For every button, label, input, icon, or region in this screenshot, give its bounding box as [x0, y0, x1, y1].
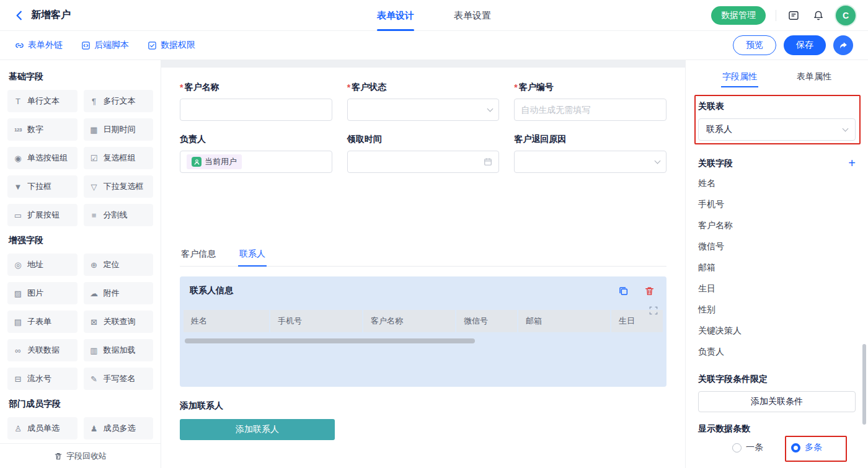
header-actions: 数据管理 C: [711, 6, 856, 25]
form-field-customer-status[interactable]: *客户状态: [347, 82, 500, 121]
save-button[interactable]: 保存: [784, 35, 826, 55]
sidebar-field-dropdown[interactable]: ▼下拉框: [7, 175, 78, 198]
relation-field-item-gender[interactable]: 性别: [698, 299, 856, 320]
relation-field-item-wechat[interactable]: 微信号: [698, 236, 856, 257]
owner-field[interactable]: 当前用户: [180, 151, 332, 173]
sidebar-field-member-multi[interactable]: ♟成员多选: [84, 417, 154, 439]
backend-script-link[interactable]: 后端脚本: [81, 40, 129, 51]
tab-customer-info[interactable]: 客户信息: [180, 244, 217, 266]
field-label: 关联数据: [27, 345, 60, 356]
dropdown-icon: ▼: [12, 182, 24, 192]
form-field-customer-code[interactable]: *客户编号: [514, 82, 666, 121]
form-field-owner[interactable]: 负责人 当前用户: [180, 135, 332, 173]
field-label: 手写签名: [104, 373, 136, 384]
radio-unchecked-icon: [732, 443, 742, 453]
relation-query-icon: ⊠: [89, 317, 100, 327]
sidebar-field-single-line-text[interactable]: T单行文本: [7, 90, 78, 112]
sidebar-field-extend-button[interactable]: ▭扩展按钮: [7, 204, 78, 226]
sidebar-field-multi-line-text[interactable]: ¶多行文本: [84, 90, 154, 112]
sidebar-field-image[interactable]: ▨图片: [7, 282, 78, 304]
sidebar-field-divider[interactable]: ≡分割线: [84, 204, 154, 226]
column-header-name[interactable]: 姓名: [184, 310, 269, 332]
sidebar-field-relation-data[interactable]: ∞关联数据: [7, 339, 78, 361]
form-field-claim-time[interactable]: 领取时间: [347, 135, 500, 173]
copy-icon[interactable]: [616, 283, 631, 298]
customer-status-select[interactable]: [347, 99, 500, 121]
sidebar-field-data-load[interactable]: ▥数据加载: [84, 339, 154, 361]
current-user-tag[interactable]: 当前用户: [187, 154, 242, 169]
field-label: 下拉框: [27, 181, 51, 192]
add-contact-button[interactable]: 添加联系人: [180, 419, 335, 440]
relation-field-item-email[interactable]: 邮箱: [698, 257, 856, 278]
sidebar-field-radio-group[interactable]: ◉单选按钮组: [7, 147, 78, 169]
tab-contacts[interactable]: 联系人: [238, 244, 267, 266]
data-permission-link[interactable]: 数据权限: [148, 40, 195, 51]
data-manage-button[interactable]: 数据管理: [711, 6, 766, 25]
sidebar-field-number[interactable]: 123数字: [7, 118, 78, 141]
column-header-customer-name[interactable]: 客户名称: [363, 310, 455, 332]
top-header: 新增客户 表单设计 表单设置 数据管理 C: [0, 0, 868, 31]
tab-field-properties[interactable]: 字段属性: [721, 66, 758, 87]
notification-bell-icon[interactable]: [811, 8, 826, 23]
return-reason-select[interactable]: [514, 151, 666, 173]
claim-time-date-input[interactable]: [347, 151, 500, 173]
required-asterisk: *: [514, 82, 517, 92]
field-recycle-bin[interactable]: 字段回收站: [0, 443, 161, 468]
relation-field-item-customer-name[interactable]: 客户名称: [698, 215, 856, 236]
field-label: 多行文本: [104, 95, 136, 107]
add-relation-condition-button[interactable]: 添加关联条件: [698, 391, 856, 412]
sidebar-field-checkbox-group[interactable]: ☑复选框组: [84, 147, 154, 169]
share-button[interactable]: [833, 35, 853, 55]
sidebar-field-multi-dropdown[interactable]: ▽下拉复选框: [84, 175, 154, 198]
radio-single-record[interactable]: 一条: [732, 442, 763, 453]
sidebar-field-attachment[interactable]: ☁附件: [84, 282, 154, 304]
customer-name-input[interactable]: [180, 99, 332, 121]
sidebar-field-subform[interactable]: ▤子表单: [7, 311, 78, 333]
sidebar-field-signature[interactable]: ✎手写签名: [84, 368, 154, 390]
tab-form-design[interactable]: 表单设计: [377, 0, 414, 31]
recycle-bin-label: 字段回收站: [66, 451, 107, 462]
tab-form-properties[interactable]: 表单属性: [795, 66, 833, 87]
add-relation-field-icon[interactable]: +: [848, 157, 856, 169]
relation-field-item-name[interactable]: 姓名: [698, 173, 856, 194]
relation-field-item-phone[interactable]: 手机号: [698, 194, 856, 215]
section-title-basic-fields: 基础字段: [9, 71, 152, 82]
field-library-sidebar: 基础字段 T单行文本 ¶多行文本 123数字 ▦日期时间 ◉单选按钮组 ☑复选框…: [0, 60, 161, 468]
field-label: 定位: [104, 259, 120, 270]
radio-multiple-records[interactable]: 多条: [791, 442, 822, 453]
contact-subform-panel[interactable]: 联系人信息 姓名: [180, 276, 666, 387]
vertical-scrollbar[interactable]: [862, 344, 866, 425]
relation-table-value: 联系人: [706, 124, 732, 135]
column-header-email[interactable]: 邮箱: [518, 310, 610, 332]
back-button[interactable]: [12, 9, 26, 22]
sidebar-field-member-single[interactable]: ♙成员单选: [7, 417, 78, 439]
relation-table-label: 关联表: [698, 101, 856, 111]
relation-field-item-birthday[interactable]: 生日: [698, 278, 856, 299]
form-fields-grid: *客户名称 *客户状态 *客户编号 负责人: [180, 82, 666, 173]
preview-button[interactable]: 预览: [733, 35, 776, 55]
horizontal-scrollbar[interactable]: [185, 338, 475, 343]
sidebar-field-relation-query[interactable]: ⊠关联查询: [84, 311, 154, 333]
radio-checked-icon: [791, 443, 800, 453]
form-field-return-reason[interactable]: 客户退回原因: [514, 135, 666, 173]
column-header-phone[interactable]: 手机号: [270, 310, 362, 332]
workspace-icon[interactable]: [786, 8, 801, 23]
delete-icon[interactable]: [642, 283, 657, 298]
column-header-wechat[interactable]: 微信号: [456, 310, 517, 332]
data-permission-label: 数据权限: [161, 40, 195, 51]
field-label: 附件: [104, 288, 120, 299]
form-external-link[interactable]: 表单外链: [15, 40, 63, 51]
user-avatar[interactable]: C: [836, 6, 856, 25]
extend-button-icon: ▭: [12, 211, 24, 220]
customer-code-input[interactable]: [514, 99, 666, 121]
sidebar-field-address[interactable]: ◎地址: [7, 254, 78, 276]
tab-form-settings[interactable]: 表单设置: [454, 0, 491, 31]
sidebar-field-locate[interactable]: ⊕定位: [84, 254, 154, 276]
sidebar-field-datetime[interactable]: ▦日期时间: [84, 118, 154, 141]
relation-field-item-owner[interactable]: 负责人: [698, 342, 856, 363]
relation-table-select[interactable]: 联系人: [698, 118, 856, 141]
form-field-customer-name[interactable]: *客户名称: [180, 82, 332, 121]
properties-tabs: 字段属性 表单属性: [698, 66, 856, 87]
relation-field-item-key-decision-maker[interactable]: 关键决策人: [698, 320, 856, 342]
sidebar-field-serial-number[interactable]: ⊟流水号: [7, 368, 78, 390]
